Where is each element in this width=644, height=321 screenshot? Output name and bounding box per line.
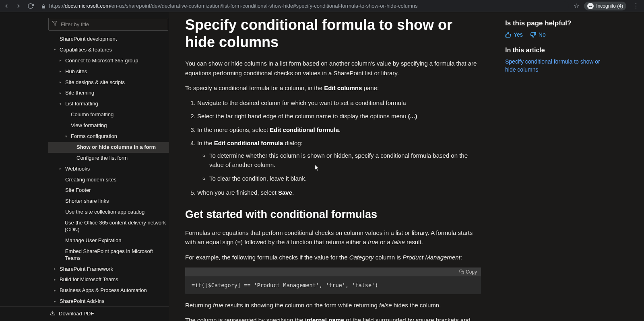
download-pdf[interactable]: Download PDF [0,307,169,321]
nav-item-17[interactable]: Use the Office 365 content delivery netw… [48,218,169,235]
svg-point-1 [590,6,592,7]
nav-item-3[interactable]: ▸Hub sites [48,66,169,77]
nav-item-7[interactable]: Column formatting [48,109,169,120]
nav-item-5[interactable]: ▸Site theming [48,88,169,99]
nav-item-label: Show or hide columns in a form [76,144,156,151]
thumbs-down-icon [530,32,536,38]
nav-item-1[interactable]: ▾Capabilities & features [48,45,169,56]
nav-item-label: Use the site collection app catalog [65,209,144,216]
browser-chrome-bar: https://docs.microsoft.com/en-us/sharepo… [0,0,644,12]
nav-item-label: SharePoint development [60,36,117,43]
nav-item-13[interactable]: Creating modern sites [48,175,169,185]
code-content: =if([$Category] == 'Product Management',… [185,276,481,294]
nav-item-9[interactable]: ▾Forms configuration [48,131,169,142]
nav-item-label: Site designs & site scripts [65,79,125,86]
nav-item-0[interactable]: SharePoint development [48,34,169,45]
chevron-right-icon: ▸ [60,167,64,171]
nav-item-label: SharePoint Add-ins [60,298,104,305]
nav-item-label: Hub sites [65,68,87,75]
nav-item-label: Creating modern sites [65,177,116,183]
nav-item-label: Shorter share links [65,198,109,205]
nav-item-12[interactable]: ▸Webhooks [48,164,169,175]
filter-icon [52,21,58,28]
nav-item-label: Connect to Microsoft 365 group [65,58,138,64]
chevron-down-icon: ▾ [60,102,64,107]
nav-item-label: Embed SharePoint pages in Microsoft Team… [65,248,167,262]
nav-item-22[interactable]: ▸Business Apps & Process Automation [48,285,169,296]
nav-item-10[interactable]: Show or hide columns in a form [48,142,169,153]
filter-input[interactable]: Filter by title [48,18,168,31]
feedback-heading: Is this page helpful? [505,19,602,27]
section-heading-get-started: Get started with conditional formulas [185,208,481,221]
nav-item-8[interactable]: View formatting [48,120,169,131]
step-2: Select the far right hand edge of the co… [197,111,481,121]
nav-item-14[interactable]: Site Footer [48,185,169,196]
address-bar[interactable]: https://docs.microsoft.com/en-us/sharepo… [39,1,569,11]
nav-item-label: Column formatting [71,111,114,118]
feedback-no[interactable]: No [530,31,546,38]
chevron-right-icon: ▸ [54,267,58,272]
svg-marker-2 [52,21,57,26]
steps-list: Navigate to the desired column for which… [185,98,481,197]
chevron-down-icon: ▾ [54,47,58,52]
reload-button[interactable] [27,3,34,9]
forward-button[interactable] [15,3,22,9]
right-sidebar: Is this page helpful? Yes No In this art… [497,12,614,321]
chevron-right-icon: ▸ [60,58,64,63]
chevron-right-icon: ▸ [60,69,64,74]
nav-item-18[interactable]: Manage User Expiration [48,235,169,246]
feedback-yes[interactable]: Yes [505,31,523,38]
step-5: When you are finished, select Save. [197,188,481,197]
main-content: Specify conditional formula to show or h… [169,12,497,321]
chevron-right-icon: ▸ [60,80,64,85]
filter-placeholder: Filter by title [61,21,89,27]
step-3: In the more options, select Edit conditi… [197,125,481,134]
in-this-article-heading: In this article [505,47,602,54]
download-label: Download PDF [59,311,94,317]
nav-item-label: Capabilities & features [60,47,112,54]
chevron-right-icon: ▸ [54,299,58,304]
nav-item-23[interactable]: ▸SharePoint Add-ins [48,296,169,307]
example-lead: For example, the following formula check… [185,253,481,262]
nav-item-6[interactable]: ▾List formatting [48,99,169,109]
nav-item-21[interactable]: ▸Build for Microsoft Teams [48,274,169,285]
copy-button[interactable]: Copy [459,269,477,275]
internal-name-paragraph: The column is represented by specifying … [185,315,481,321]
svg-point-0 [589,6,590,7]
nav-item-20[interactable]: ▸SharePoint Framework [48,264,169,275]
step-4: In the Edit conditional formula dialog: … [197,138,481,183]
nav-item-label: SharePoint Framework [60,266,113,273]
download-icon [50,310,56,317]
thumbs-up-icon [505,32,511,38]
chevron-right-icon: ▸ [54,288,58,293]
browser-menu-icon[interactable]: ⋮ [631,2,641,10]
nav-item-label: Configure the list form [76,155,128,162]
step-1: Navigate to the desired column for which… [197,98,481,107]
nav-item-label: Use the Office 365 content delivery netw… [65,220,167,233]
nav-tree[interactable]: SharePoint development▾Capabilities & fe… [0,34,169,307]
nav-item-label: Build for Microsoft Teams [60,276,118,283]
bookmark-star-icon[interactable]: ☆ [574,2,579,10]
nav-item-4[interactable]: ▸Site designs & site scripts [48,77,169,88]
formula-intro: Formulas are equations that perform cond… [185,228,481,247]
lock-icon [41,3,47,9]
back-button[interactable] [3,3,10,9]
nav-item-label: Webhooks [65,166,90,173]
nav-item-19[interactable]: Embed SharePoint pages in Microsoft Team… [48,246,169,264]
nav-item-label: Forms configuration [71,133,117,140]
nav-item-label: Site theming [65,90,94,97]
nav-item-15[interactable]: Shorter share links [48,196,169,207]
incognito-badge[interactable]: Incognito (4) [584,2,626,10]
nav-item-11[interactable]: Configure the list form [48,153,169,164]
nav-item-2[interactable]: ▸Connect to Microsoft 365 group [48,56,169,66]
chevron-down-icon: ▾ [65,134,69,139]
nav-item-label: Site Footer [65,187,91,194]
intro-paragraph: You can show or hide columns in a list f… [185,59,481,78]
nav-item-16[interactable]: Use the site collection app catalog [48,207,169,218]
instruction-lead: To specify a conditional formula for a c… [185,83,481,93]
url-text: https://docs.microsoft.com/en-us/sharepo… [49,3,417,9]
toc-link-1[interactable]: Specify conditional formula to show or h… [505,58,602,74]
nav-item-label: View formatting [71,122,107,129]
chevron-right-icon: ▸ [54,278,58,282]
returning-paragraph: Returning true results in showing the co… [185,300,481,310]
